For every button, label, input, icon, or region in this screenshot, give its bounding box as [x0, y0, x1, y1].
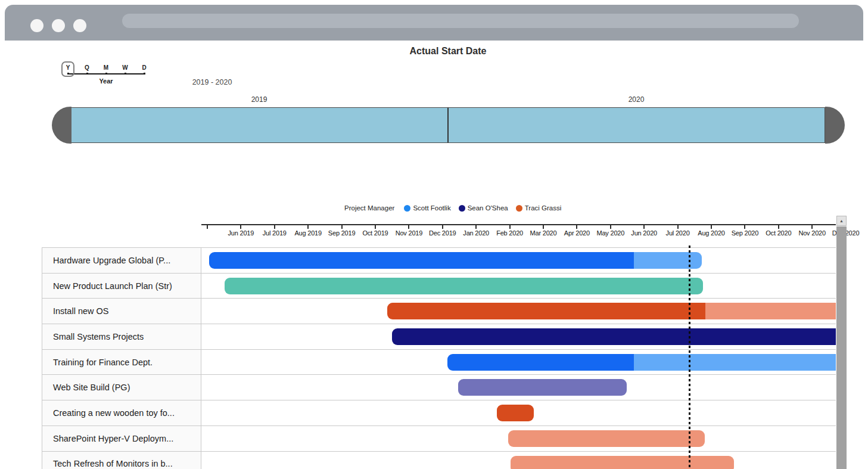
task-label-cell[interactable]: Hardware Upgrade Global (P...: [42, 248, 201, 273]
gantt-bar-segment[interactable]: [511, 456, 734, 469]
axis-tick: [240, 225, 241, 229]
task-timeline-cell: [201, 426, 836, 451]
table-row: Install new OS: [42, 299, 836, 324]
browser-window: Actual Start Date YQMWD Year 2019 - 2020…: [0, 0, 868, 469]
window-button-3[interactable]: [73, 19, 86, 32]
timescale-option-w[interactable]: W: [119, 64, 131, 71]
axis-tick: [811, 225, 813, 229]
axis-tick: [509, 225, 511, 229]
legend-color-dot-icon: [459, 205, 465, 212]
table-row: Web Site Build (PG): [42, 375, 836, 400]
slider-year-divider: [447, 108, 449, 142]
timescale-selected-label: Year: [88, 77, 124, 85]
axis-tick: [543, 225, 544, 229]
axis-tick: [341, 225, 343, 229]
table-row: SharePoint Hyper-V Deploym...: [42, 426, 836, 452]
scrollbar-thumb[interactable]: [836, 226, 847, 469]
gantt-bar-segment[interactable]: [225, 278, 703, 294]
time-axis-line: [201, 224, 836, 225]
task-label-cell[interactable]: Install new OS: [42, 299, 201, 324]
task-label-cell[interactable]: Small Systems Projects: [42, 324, 201, 349]
legend-color-dot-icon: [404, 205, 410, 212]
browser-titlebar: [5, 5, 863, 41]
timescale-stop-dot: [125, 73, 126, 74]
legend-item[interactable]: Traci Grassi: [516, 204, 562, 212]
gantt-bar-segment[interactable]: [705, 303, 836, 319]
scrollbar-up-icon[interactable]: ▲: [836, 216, 847, 226]
axis-tick: [643, 225, 645, 229]
timescale-option-m[interactable]: M: [100, 64, 112, 71]
timescale-option-q[interactable]: Q: [81, 64, 93, 71]
slider-right-handle[interactable]: [825, 107, 845, 144]
gantt-bar-segment[interactable]: [209, 252, 634, 269]
axis-tick: [408, 225, 409, 229]
table-row: Tech Refresh of Monitors in b...: [42, 452, 836, 469]
axis-tick: [711, 225, 712, 229]
axis-tick: [475, 225, 477, 229]
axis-tick: [274, 225, 275, 229]
task-timeline-cell: [201, 274, 836, 299]
axis-tick: [375, 225, 376, 229]
task-timeline-cell: [201, 248, 836, 273]
gantt-bar-segment[interactable]: [508, 430, 705, 447]
axis-tick: [610, 225, 611, 229]
timescale-stop-dot: [86, 73, 88, 74]
window-button-2[interactable]: [52, 19, 65, 32]
page-title: Actual Start Date: [0, 46, 868, 57]
table-row: Hardware Upgrade Global (P...: [42, 248, 836, 274]
slider-segment-label-2019: 2019: [229, 95, 289, 104]
gantt-bar-segment[interactable]: [634, 252, 702, 269]
legend-item[interactable]: Sean O'Shea: [459, 204, 508, 212]
timescale-option-d[interactable]: D: [138, 64, 150, 71]
axis-tick: [307, 225, 309, 229]
legend-item-label: Traci Grassi: [525, 204, 562, 212]
axis-tick: [677, 225, 679, 229]
axis-tick: [576, 225, 577, 229]
gantt-bar-segment[interactable]: [392, 328, 836, 345]
task-label-cell[interactable]: New Product Launch Plan (Str): [42, 274, 201, 299]
table-row: New Product Launch Plan (Str): [42, 274, 836, 299]
legend-item-label: Sean O'Shea: [468, 204, 508, 212]
legend-item[interactable]: Scott Footlik: [404, 204, 450, 212]
gantt-bar-segment[interactable]: [634, 354, 836, 371]
slider-left-handle[interactable]: [52, 107, 71, 144]
legend-title: Project Manager: [344, 204, 394, 212]
axis-tick: [207, 225, 208, 229]
task-label-cell[interactable]: Creating a new wooden toy fo...: [42, 400, 201, 425]
gantt-bar-segment[interactable]: [497, 405, 534, 421]
window-button-1[interactable]: [30, 19, 43, 32]
axis-tick: [744, 225, 745, 229]
address-bar[interactable]: [122, 14, 799, 28]
date-range-label: 2019 - 2020: [176, 78, 248, 86]
task-timeline-cell: [201, 400, 836, 425]
timescale-selected-box: [61, 61, 74, 77]
table-row: Creating a new wooden toy fo...: [42, 400, 836, 426]
task-timeline-cell: [201, 299, 836, 324]
slider-segment-label-2020: 2020: [606, 95, 666, 104]
axis-tick: [778, 225, 779, 229]
gantt-bar-segment[interactable]: [447, 354, 634, 371]
legend-color-dot-icon: [516, 205, 522, 212]
gantt-grid: Hardware Upgrade Global (P...New Product…: [42, 247, 836, 469]
timescale-stop-dot: [105, 73, 107, 74]
gantt-bar-segment[interactable]: [387, 303, 705, 319]
timescale-stop-dot: [144, 73, 145, 74]
axis-tick: [442, 225, 443, 229]
task-label-cell[interactable]: Web Site Build (PG): [42, 375, 201, 400]
task-timeline-cell: [201, 452, 836, 469]
table-row: Training for Finance Dept.: [42, 350, 836, 375]
task-label-cell[interactable]: Training for Finance Dept.: [42, 350, 201, 375]
table-row: Small Systems Projects: [42, 324, 836, 350]
legend: Project Manager Scott FootlikSean O'Shea…: [344, 204, 569, 212]
task-label-cell[interactable]: SharePoint Hyper-V Deploym...: [42, 426, 201, 451]
task-timeline-cell: [201, 375, 836, 400]
legend-item-label: Scott Footlik: [413, 204, 450, 212]
task-label-cell[interactable]: Tech Refresh of Monitors in b...: [42, 452, 201, 469]
task-timeline-cell: [201, 350, 836, 375]
task-timeline-cell: [201, 324, 836, 349]
gantt-bar-segment[interactable]: [458, 379, 627, 396]
today-line: [689, 246, 690, 469]
